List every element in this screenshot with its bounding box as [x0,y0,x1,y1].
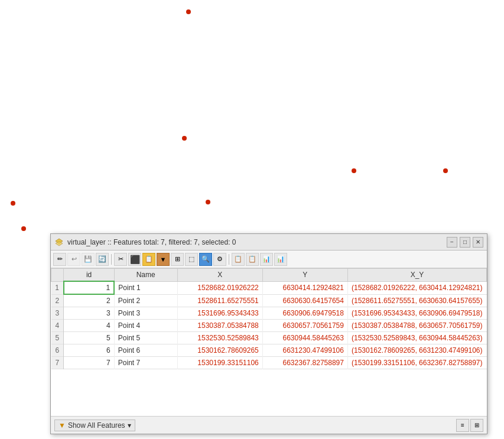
cut-tool[interactable]: ✂ [114,253,127,266]
cell-xy: (1528611.65275551, 6630630.64157655) [347,294,486,307]
cell-x: 1531696.95343433 [177,307,262,320]
row-number: 1 [51,281,64,294]
map-point [443,168,448,173]
row-number: 3 [51,307,64,320]
layer-icon [54,238,64,247]
edit-tool[interactable]: ✏ [53,253,66,266]
row-number: 5 [51,332,64,344]
table-toolbar: ✏ ↩ 💾 🔄 ✂ ⬛ 📋 ▼ ⊞ ⬚ 🔍 ⚙ 📋 📋 📊 📊 [51,251,487,268]
cell-x: 1528611.65275551 [177,294,262,307]
cell-xy: (1530387.05384788, 6630657.70561759) [347,320,486,332]
cell-y: 6630414.12924821 [262,281,347,294]
cell-name: Point 1 [114,281,177,294]
cell-xy: (1532530.52589843, 6630944.58445263) [347,332,486,344]
close-button[interactable]: ✕ [473,237,483,248]
table-container[interactable]: id Name X Y X_Y 11Point 11528682.0192622… [51,268,487,416]
col-x[interactable]: X [177,269,262,282]
cell-name: Point 7 [114,357,177,369]
title-bar: virtual_layer :: Features total: 7, filt… [51,234,487,251]
cell-id[interactable]: 4 [64,320,114,332]
map-point [182,136,187,141]
show-all-features-button[interactable]: ▼ Show All Features ▾ [54,420,135,431]
cell-xy: (1530199.33151106, 6632367.82758897) [347,357,486,369]
cell-x: 1530162.78609265 [177,344,262,357]
cell-y: 6630657.70561759 [262,320,347,332]
maximize-button[interactable]: □ [460,237,470,248]
cell-x: 1528682.01926222 [177,281,262,294]
cell-name: Point 2 [114,294,177,307]
col-rownum [51,269,64,282]
table-row[interactable]: 77Point 71530199.331511066632367.8275889… [51,357,487,369]
separator2 [229,254,229,265]
attribute-table-window: virtual_layer :: Features total: 7, filt… [50,233,487,434]
cell-name: Point 3 [114,307,177,320]
attribute-table: id Name X Y X_Y 11Point 11528682.0192622… [51,268,487,369]
row-number: 4 [51,320,64,332]
cell-id[interactable]: 6 [64,344,114,357]
table-row[interactable]: 55Point 51532530.525898436630944.5844526… [51,332,487,344]
table-row[interactable]: 22Point 21528611.652755516630630.6415765… [51,294,487,307]
col-id[interactable]: id [64,269,114,282]
cell-x: 1530199.33151106 [177,357,262,369]
cell-y: 6630630.64157654 [262,294,347,307]
row-number: 6 [51,344,64,357]
view-toggle-buttons: ≡ ⊞ [456,419,483,432]
cond-tool[interactable]: 📊 [274,253,287,266]
table-row[interactable]: 33Point 31531696.953434336630906.6947951… [51,307,487,320]
calc-tool[interactable]: 📊 [260,253,273,266]
col-name[interactable]: Name [114,269,177,282]
cell-name: Point 6 [114,344,177,357]
cell-id[interactable]: 3 [64,307,114,320]
map-point [21,226,26,231]
minimize-button[interactable]: − [447,237,457,248]
title-bar-left: virtual_layer :: Features total: 7, filt… [54,238,236,247]
map-point [206,200,210,204]
cell-name: Point 4 [114,320,177,332]
bottom-bar: ▼ Show All Features ▾ ≡ ⊞ [51,416,487,434]
map-point [11,201,15,206]
show-all-label: Show All Features [68,421,125,430]
refresh-tool[interactable]: 🔄 [96,253,109,266]
cell-y: 6630906.69479518 [262,307,347,320]
table-row[interactable]: 66Point 61530162.786092656631230.4749910… [51,344,487,357]
cell-xy: (1528682.01926222, 6630414.12924821) [347,281,486,294]
cell-name: Point 5 [114,332,177,344]
window-title: virtual_layer :: Features total: 7, filt… [67,238,236,246]
table-row[interactable]: 44Point 41530387.053847886630657.7056175… [51,320,487,332]
cell-x: 1530387.05384788 [177,320,262,332]
settings-tool[interactable]: ⚙ [213,253,226,266]
invert-select-tool[interactable]: ⬚ [185,253,198,266]
cell-x: 1532530.52589843 [177,332,262,344]
form-view-button[interactable]: ⊞ [470,419,483,432]
col-y[interactable]: Y [262,269,347,282]
filter-tool[interactable]: ▼ [157,253,170,266]
cell-y: 6632367.82758897 [262,357,347,369]
row-number: 7 [51,357,64,369]
cell-id[interactable]: 2 [64,294,114,307]
filter-icon: ▼ [58,421,66,430]
cell-xy: (1530162.78609265, 6631230.47499106) [347,344,486,357]
cell-y: 6630944.58445263 [262,332,347,344]
save-tool[interactable]: 💾 [82,253,95,266]
copy-tool[interactable]: ⬛ [128,253,141,266]
cell-xy: (1531696.95343433, 6630906.69479518) [347,307,486,320]
table-row[interactable]: 11Point 11528682.019262226630414.1292482… [51,281,487,294]
cell-id[interactable]: 7 [64,357,114,369]
del-col-tool[interactable]: 📋 [246,253,259,266]
map-point [352,168,356,173]
paste-tool[interactable]: 📋 [142,253,155,266]
new-col-tool[interactable]: 📋 [232,253,245,266]
separator1 [111,254,112,265]
window-controls: − □ ✕ [447,237,483,248]
cell-id[interactable]: 5 [64,332,114,344]
map-point [186,9,191,14]
col-xy[interactable]: X_Y [347,269,486,282]
cell-y: 6631230.47499106 [262,344,347,357]
table-view-button[interactable]: ≡ [456,419,469,432]
select-all-tool[interactable]: ⊞ [171,253,184,266]
dropdown-icon: ▾ [128,421,131,430]
row-number: 2 [51,294,64,307]
cell-id[interactable]: 1 [64,281,114,294]
zoom-tool[interactable]: 🔍 [199,253,212,266]
undo-tool[interactable]: ↩ [67,253,80,266]
